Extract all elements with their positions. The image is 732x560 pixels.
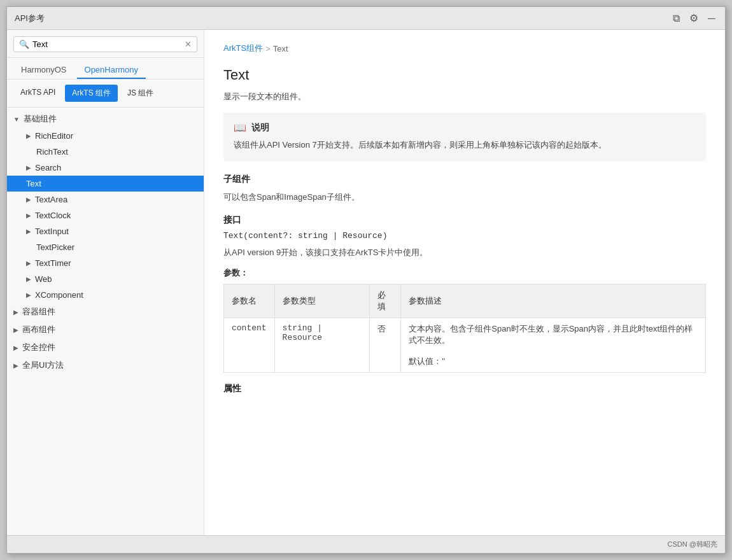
arrow-icon: ▶ xyxy=(26,291,31,298)
tree-item-texttimer[interactable]: ▶ TextTimer xyxy=(7,255,204,271)
section-label-canvas: 画布组件 xyxy=(22,324,55,335)
tree-item-xcomponent[interactable]: ▶ XComponent xyxy=(7,287,204,303)
tree-nav: ▼ 基础组件 ▶ RichEditor RichText ▶ xyxy=(7,108,204,535)
param-name: content xyxy=(224,318,275,372)
tree-item-richeditor[interactable]: ▶ RichEditor xyxy=(7,128,204,144)
tree-item-textarea[interactable]: ▶ TextArea xyxy=(7,192,204,207)
breadcrumb-parent[interactable]: ArkTS组件 xyxy=(223,43,263,54)
page-description: 显示一段文本的组件。 xyxy=(223,91,706,102)
param-type: string | Resource xyxy=(274,318,369,372)
tree-item-label: Text xyxy=(26,179,41,188)
param-default-text: 默认值：'' xyxy=(409,356,445,366)
params-label: 参数： xyxy=(223,267,706,279)
window-title: API参考 xyxy=(15,13,45,24)
section-header-global-ui[interactable]: ▶ 全局UI方法 xyxy=(7,356,204,374)
clear-icon[interactable]: ✕ xyxy=(185,39,192,49)
api-tabs: ArkTS API ArkTS 组件 JS 组件 xyxy=(7,80,204,108)
tree-item-label: TextInput xyxy=(35,227,69,236)
notice-text: 该组件从API Version 7开始支持。后续版本如有新增内容，则采用上角标单… xyxy=(234,139,696,152)
tree-item-label: TextClock xyxy=(35,211,71,220)
col-header-desc: 参数描述 xyxy=(401,284,706,318)
sidebar: 🔍 ✕ HarmonyOS OpenHarmony ArkTS API ArkT… xyxy=(7,30,204,535)
arrow-icon: ▶ xyxy=(26,276,31,283)
arrow-icon: ▶ xyxy=(13,344,18,351)
tree-item-label: TextArea xyxy=(35,195,67,204)
tree-item-textpicker[interactable]: TextPicker xyxy=(7,239,204,255)
tree-item-label: Search xyxy=(35,163,61,172)
page-title: Text xyxy=(223,67,706,83)
arrow-icon: ▶ xyxy=(26,132,31,139)
search-input-wrap: 🔍 ✕ xyxy=(13,36,197,52)
arrow-icon: ▶ xyxy=(13,309,18,316)
interface-signature: Text(content?: string | Resource) xyxy=(223,231,706,241)
notice-title-text: 说明 xyxy=(251,122,269,134)
api-tab-arkts-api[interactable]: ArkTS API xyxy=(13,85,62,102)
param-description: 文本内容。包含子组件Span时不生效，显示Span内容，并且此时text组件的样… xyxy=(401,318,706,372)
section-label-container: 容器组件 xyxy=(22,306,55,318)
breadcrumb-separator: > xyxy=(265,44,271,53)
app-window: API参考 ⧉ ⚙ ─ 🔍 ✕ HarmonyOS OpenHarmony xyxy=(6,6,726,554)
tree-item-web[interactable]: ▶ Web xyxy=(7,271,204,287)
param-required: 否 xyxy=(369,318,400,372)
col-header-type: 参数类型 xyxy=(274,284,369,318)
window-controls: ⧉ ⚙ ─ xyxy=(670,12,717,24)
minimize-icon[interactable]: ─ xyxy=(706,13,717,24)
title-bar: API参考 ⧉ ⚙ ─ xyxy=(7,7,725,30)
search-bar: 🔍 ✕ xyxy=(7,30,204,58)
tree-item-label: XComponent xyxy=(35,290,83,300)
api-tab-js-component[interactable]: JS 组件 xyxy=(120,85,160,102)
notice-title: 📖 说明 xyxy=(234,122,696,134)
col-header-required: 必填 xyxy=(369,284,400,318)
bottom-bar: CSDN @韩昭亮 xyxy=(7,535,725,553)
tree-item-textclock[interactable]: ▶ TextClock xyxy=(7,207,204,223)
arrow-icon: ▶ xyxy=(26,228,31,235)
section-label-global-ui: 全局UI方法 xyxy=(22,360,64,371)
tab-harmonyos[interactable]: HarmonyOS xyxy=(13,62,74,79)
section-header-security[interactable]: ▶ 安全控件 xyxy=(7,339,204,356)
section-header-basic[interactable]: ▼ 基础组件 xyxy=(7,110,204,128)
tab-openharmony[interactable]: OpenHarmony xyxy=(77,62,146,79)
bottom-bar-text: CSDN @韩昭亮 xyxy=(668,540,717,549)
arrow-icon: ▶ xyxy=(13,362,18,369)
main-content: 🔍 ✕ HarmonyOS OpenHarmony ArkTS API ArkT… xyxy=(7,30,725,535)
arrow-icon: ▶ xyxy=(26,196,31,203)
arrow-icon: ▼ xyxy=(13,116,20,123)
section-header-canvas[interactable]: ▶ 画布组件 xyxy=(7,321,204,339)
tree-item-label: TextTimer xyxy=(35,258,71,268)
content-area: ArkTS组件 > Text Text 显示一段文本的组件。 📖 说明 该组件从… xyxy=(204,30,725,535)
params-table: 参数名 参数类型 必填 参数描述 content string | Resour… xyxy=(223,284,706,373)
subcomponents-text: 可以包含Span和ImageSpan子组件。 xyxy=(223,190,706,204)
search-input[interactable] xyxy=(32,39,185,49)
tree-item-text[interactable]: Text xyxy=(7,176,204,192)
section-label-security: 安全控件 xyxy=(22,342,55,353)
interface-title: 接口 xyxy=(223,214,706,226)
breadcrumb-current: Text xyxy=(273,44,288,53)
settings-icon[interactable]: ⚙ xyxy=(688,12,700,24)
section-basic-components: ▼ 基础组件 ▶ RichEditor RichText ▶ xyxy=(7,110,204,303)
attributes-title: 属性 xyxy=(223,383,706,395)
col-header-name: 参数名 xyxy=(224,284,275,318)
arrow-icon: ▶ xyxy=(26,164,31,171)
tree-item-label: RichEditor xyxy=(35,131,73,141)
arrow-icon: ▶ xyxy=(26,260,31,267)
os-tab-row: HarmonyOS OpenHarmony xyxy=(7,58,204,80)
tree-item-label: RichText xyxy=(36,147,68,157)
notice-box: 📖 说明 该组件从API Version 7开始支持。后续版本如有新增内容，则采… xyxy=(223,113,706,161)
api-tab-arkts-component[interactable]: ArkTS 组件 xyxy=(65,85,118,102)
tree-item-richtext[interactable]: RichText xyxy=(7,144,204,160)
arrow-icon: ▶ xyxy=(26,212,31,219)
breadcrumb: ArkTS组件 > Text xyxy=(223,43,706,54)
restore-icon[interactable]: ⧉ xyxy=(670,13,682,24)
section-label-basic: 基础组件 xyxy=(24,113,57,125)
tree-item-search[interactable]: ▶ Search xyxy=(7,160,204,176)
book-icon: 📖 xyxy=(234,122,246,134)
tree-item-label: Web xyxy=(35,274,52,284)
section-header-container[interactable]: ▶ 容器组件 xyxy=(7,303,204,321)
tree-item-label: TextPicker xyxy=(36,242,74,252)
tree-item-textinput[interactable]: ▶ TextInput xyxy=(7,223,204,239)
arrow-icon: ▶ xyxy=(13,326,18,333)
search-icon: 🔍 xyxy=(19,39,29,49)
param-desc-text: 文本内容。包含子组件Span时不生效，显示Span内容，并且此时text组件的样… xyxy=(409,324,693,345)
subcomponents-title: 子组件 xyxy=(223,174,706,185)
table-row: content string | Resource 否 文本内容。包含子组件Sp… xyxy=(224,318,706,372)
